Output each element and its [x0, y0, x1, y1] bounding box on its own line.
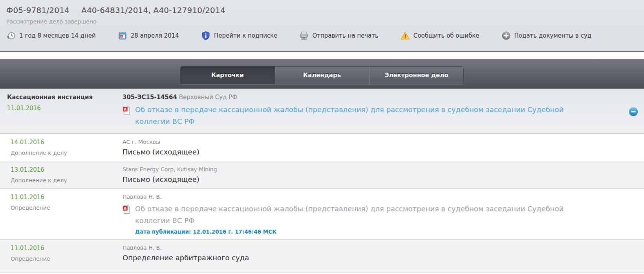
- calendar-icon: [118, 31, 127, 40]
- case-number: Ф05-9781/2014: [6, 5, 70, 15]
- event-kind: Дополнение к делу: [11, 177, 123, 183]
- event-main-column: Павлова Н. В. Определение арбитражного с…: [123, 240, 644, 272]
- case-event-row: 14.01.2016 Дополнение к делу АС г. Москв…: [0, 134, 644, 161]
- svg-text:A: A: [124, 107, 126, 111]
- event-document-title: Письмо (исходящее): [123, 175, 613, 183]
- subscription-button[interactable]: Перейти к подписке: [201, 31, 278, 40]
- document-line: A Об отказе в передаче кассационной жало…: [123, 104, 613, 127]
- pdf-icon[interactable]: A: [123, 205, 130, 214]
- tab-cards[interactable]: Карточки: [181, 67, 275, 84]
- document-line: A Об отказе в передаче кассационной жало…: [123, 203, 613, 227]
- case-event-row: 11.01.2016 Определение Павлова Н. В. A О…: [0, 189, 644, 240]
- event-date: 14.01.2016: [11, 139, 123, 146]
- instance-title: Кассационная инстанция: [7, 94, 123, 101]
- event-left-column: 13.01.2016 Дополнение к делу: [0, 161, 123, 188]
- case-chronology: Кассационная инстанция 11.01.2016 305-ЭС…: [0, 89, 644, 273]
- registration-date-item[interactable]: 28 апреля 2014: [118, 31, 179, 40]
- instance-left-column: Кассационная инстанция 11.01.2016: [0, 89, 123, 133]
- tab-electronic-case[interactable]: Электронное дело: [369, 67, 463, 84]
- event-source: АС г. Москвы: [123, 139, 613, 145]
- event-date: 13.01.2016: [11, 166, 123, 173]
- instance-date: 11.01.2016: [7, 105, 123, 112]
- clock-history-icon: [6, 31, 16, 40]
- event-main-column: Павлова Н. В. A Об отказе в передаче кас…: [123, 189, 644, 239]
- document-link[interactable]: Об отказе в передаче кассационной жалобы…: [135, 203, 596, 227]
- case-status: Рассмотрение дела завершено: [6, 18, 644, 25]
- event-main-column: Stans Energy Corp, Kutisay Mining Письмо…: [123, 161, 644, 188]
- event-kind: Определение: [11, 256, 123, 262]
- court-name: Верховный Суд РФ: [179, 94, 238, 101]
- svg-text:A: A: [124, 207, 126, 210]
- submit-documents-label: Подать документы в суд: [514, 32, 592, 39]
- related-case-numbers: А40-64831/2014, А40-127910/2014: [81, 5, 225, 15]
- event-document-title: Письмо (исходящее): [123, 148, 613, 156]
- page-title: Ф05-9781/2014А40-64831/2014, А40-127910/…: [6, 5, 644, 15]
- event-left-column: 11.01.2016 Определение: [0, 240, 123, 272]
- event-left-column: 11.01.2016 Определение: [0, 189, 123, 239]
- tab-calendar[interactable]: Календарь: [275, 67, 369, 84]
- case-event-row: 11.01.2016 Определение Павлова Н. В. Опр…: [0, 240, 644, 273]
- case-line: 305-ЭС15-14564 Верховный Суд РФ: [123, 94, 613, 101]
- event-date: 11.01.2016: [11, 194, 123, 201]
- shield-info-icon: [201, 31, 210, 40]
- event-kind: Определение: [11, 205, 123, 211]
- toolbar: 1 год 8 месяцев 14 дней 28 апреля 2014 П…: [6, 31, 644, 40]
- subscription-label: Перейти к подписке: [214, 32, 278, 39]
- submit-documents-button[interactable]: Подать документы в суд: [501, 31, 592, 40]
- supreme-case-number: 305-ЭС15-14564: [123, 94, 177, 101]
- event-source: Павлова Н. В.: [123, 245, 613, 251]
- warning-icon: [401, 31, 410, 40]
- publication-date: Дата публикации: 12.01.2016 г. 17:46:46 …: [135, 229, 613, 235]
- event-left-column: 14.01.2016 Дополнение к делу: [0, 134, 123, 161]
- instance-row-cassation: Кассационная инстанция 11.01.2016 305-ЭС…: [0, 89, 644, 134]
- print-button[interactable]: Отправить на печать: [299, 31, 378, 40]
- case-header: Ф05-9781/2014А40-64831/2014, А40-127910/…: [0, 0, 644, 52]
- registration-date-label: 28 апреля 2014: [131, 32, 179, 39]
- tab-bar: Карточки Календарь Электронное дело: [0, 59, 644, 89]
- case-duration-item[interactable]: 1 год 8 месяцев 14 дней: [6, 31, 96, 40]
- tab-group: Карточки Календарь Электронное дело: [180, 66, 464, 84]
- case-duration-label: 1 год 8 месяцев 14 дней: [19, 32, 96, 39]
- event-main-column: АС г. Москвы Письмо (исходящее): [123, 134, 644, 161]
- report-error-label: Сообщить об ошибке: [413, 32, 479, 39]
- event-document-title: Определение арбитражного суда: [123, 254, 613, 262]
- instance-main-column: 305-ЭС15-14564 Верховный Суд РФ A Об отк…: [123, 89, 644, 133]
- pdf-icon[interactable]: A: [123, 105, 130, 115]
- report-error-button[interactable]: Сообщить об ошибке: [401, 31, 479, 40]
- document-link[interactable]: Об отказе в передаче кассационной жалобы…: [135, 104, 596, 127]
- divider-strip: [0, 52, 644, 59]
- printer-icon: [299, 31, 309, 40]
- event-kind: Дополнение к делу: [11, 150, 123, 156]
- minus-circle-icon[interactable]: [628, 106, 639, 117]
- plus-circle-icon: [501, 31, 511, 40]
- case-event-row: 13.01.2016 Дополнение к делу Stans Energ…: [0, 161, 644, 189]
- event-source: Stans Energy Corp, Kutisay Mining: [123, 166, 613, 172]
- event-date: 11.01.2016: [11, 245, 123, 252]
- event-source: Павлова Н. В.: [123, 194, 613, 200]
- print-label: Отправить на печать: [312, 32, 378, 39]
